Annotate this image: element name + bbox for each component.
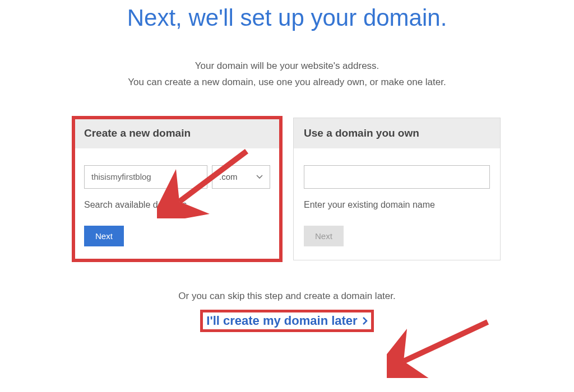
create-helper-text: Search available domains (84, 200, 270, 210)
use-helper-text: Enter your existing domain name (304, 200, 490, 210)
skip-area: Or you can skip this step and create a d… (178, 291, 395, 332)
chevron-down-icon (256, 175, 263, 179)
skip-link-label: I'll create my domain later (206, 314, 357, 328)
domain-name-input[interactable] (84, 165, 207, 189)
use-next-button[interactable]: Next (304, 226, 344, 246)
subheading-line2: You can create a new domain, use one you… (128, 74, 446, 91)
tld-select[interactable]: .com (212, 165, 270, 189)
use-panel-title: Use a domain you own (294, 118, 500, 148)
page-heading: Next, we'll set up your domain. (127, 4, 447, 31)
subheading-line1: Your domain will be your website's addre… (128, 58, 446, 74)
chevron-right-icon (362, 316, 368, 325)
tld-value: .com (219, 172, 238, 181)
use-domain-panel: Use a domain you own Enter your existing… (293, 118, 501, 260)
domain-panels: Create a new domain .com Search availabl… (73, 118, 501, 260)
page-subheading: Your domain will be your website's addre… (128, 58, 446, 91)
skip-link-highlight: I'll create my domain later (200, 310, 373, 332)
create-domain-panel: Create a new domain .com Search availabl… (73, 118, 281, 260)
existing-domain-input[interactable] (304, 165, 490, 189)
create-next-button[interactable]: Next (84, 226, 124, 246)
skip-link[interactable]: I'll create my domain later (206, 314, 367, 328)
skip-prompt: Or you can skip this step and create a d… (178, 291, 395, 302)
create-panel-title: Create a new domain (74, 118, 280, 148)
